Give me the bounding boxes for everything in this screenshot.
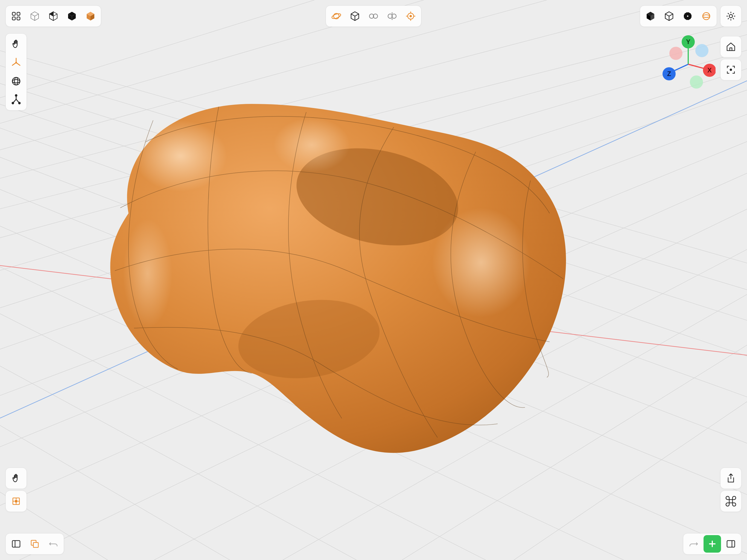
share-icon bbox=[725, 472, 737, 484]
svg-point-41 bbox=[669, 47, 682, 60]
command-panel bbox=[720, 490, 742, 512]
add-button[interactable] bbox=[703, 535, 721, 553]
panel-left-icon bbox=[10, 538, 22, 550]
view-solid-button[interactable] bbox=[642, 7, 659, 25]
top-right-toolbar bbox=[640, 5, 717, 27]
undo-button[interactable] bbox=[45, 535, 62, 553]
viewport-3d[interactable]: Y X Z bbox=[0, 0, 747, 560]
gizmo-z-label: Z bbox=[667, 70, 671, 77]
panel-right-button[interactable] bbox=[722, 535, 740, 553]
bottom-right-toolbar bbox=[683, 533, 742, 555]
transform-tool-button[interactable] bbox=[7, 54, 25, 71]
focus-icon bbox=[725, 64, 737, 76]
link-break-button[interactable] bbox=[383, 7, 401, 25]
apps-grid-icon bbox=[10, 10, 22, 22]
svg-line-14 bbox=[0, 26, 747, 327]
snap-button[interactable] bbox=[7, 492, 25, 510]
view-material-button[interactable] bbox=[697, 7, 715, 25]
svg-line-21 bbox=[0, 206, 747, 560]
svg-line-10 bbox=[0, 321, 747, 560]
svg-line-12 bbox=[0, 440, 747, 560]
hand-icon bbox=[10, 472, 22, 484]
link-button[interactable] bbox=[365, 7, 382, 25]
material-mode-button[interactable] bbox=[82, 7, 99, 25]
settings-button[interactable] bbox=[722, 7, 740, 25]
tripod-icon bbox=[10, 94, 22, 106]
link-break-icon bbox=[386, 10, 398, 22]
svg-rect-48 bbox=[12, 17, 15, 20]
svg-line-15 bbox=[0, 42, 747, 369]
target-button[interactable] bbox=[402, 7, 419, 25]
globe-icon bbox=[10, 75, 22, 87]
home-button[interactable] bbox=[722, 38, 740, 55]
svg-point-85 bbox=[19, 102, 20, 104]
svg-line-17 bbox=[0, 83, 747, 467]
overlap-button[interactable] bbox=[26, 535, 44, 553]
svg-line-29 bbox=[0, 0, 424, 179]
link-icon bbox=[367, 10, 380, 22]
svg-point-72 bbox=[703, 15, 710, 18]
svg-line-9 bbox=[0, 272, 747, 560]
perspective-button[interactable] bbox=[346, 7, 364, 25]
focus-panel bbox=[720, 59, 742, 80]
snap-icon bbox=[10, 495, 22, 507]
home-panel bbox=[720, 36, 742, 57]
svg-point-64 bbox=[687, 11, 689, 12]
redo-button[interactable] bbox=[685, 535, 702, 553]
wireframe-cube-icon bbox=[29, 10, 41, 22]
globe-tool-button[interactable] bbox=[7, 73, 25, 90]
svg-point-73 bbox=[729, 15, 732, 18]
svg-point-59 bbox=[410, 15, 412, 17]
gesture-button[interactable] bbox=[7, 469, 25, 487]
svg-line-13 bbox=[0, 511, 747, 560]
svg-rect-46 bbox=[12, 12, 15, 15]
undo-icon bbox=[47, 538, 59, 550]
hand-icon bbox=[10, 38, 22, 50]
svg-rect-47 bbox=[17, 12, 20, 15]
cube-wire-icon bbox=[663, 10, 675, 22]
svg-point-69 bbox=[683, 14, 685, 15]
svg-point-77 bbox=[15, 62, 17, 63]
top-left-toolbar bbox=[5, 5, 101, 27]
tripod-tool-button[interactable] bbox=[7, 91, 25, 108]
target-icon bbox=[405, 10, 417, 22]
add-icon bbox=[706, 538, 718, 550]
view-wire-button[interactable] bbox=[660, 7, 678, 25]
top-center-toolbar bbox=[326, 5, 421, 27]
share-button[interactable] bbox=[722, 469, 740, 487]
left-tools-toolbar bbox=[5, 33, 27, 110]
panel-left-button[interactable] bbox=[7, 535, 25, 553]
split-cube-icon bbox=[47, 10, 59, 22]
orbit-button[interactable] bbox=[328, 7, 345, 25]
axis-z-line bbox=[0, 44, 747, 480]
view-vertices-button[interactable] bbox=[679, 7, 696, 25]
svg-point-70 bbox=[687, 16, 689, 17]
settings-panel bbox=[720, 5, 742, 27]
panel-right-icon bbox=[725, 538, 737, 550]
select-tool-button[interactable] bbox=[7, 35, 25, 53]
focus-button[interactable] bbox=[722, 61, 740, 78]
shaded-wire-mode-button[interactable] bbox=[45, 7, 62, 25]
orientation-gizmo[interactable]: Y X Z bbox=[661, 34, 716, 89]
snap-panel bbox=[5, 490, 27, 512]
ground-grid bbox=[0, 0, 747, 560]
gizmo-y-label: Y bbox=[686, 38, 690, 45]
apps-button[interactable] bbox=[7, 7, 25, 25]
svg-line-1 bbox=[0, 98, 747, 443]
svg-rect-100 bbox=[727, 541, 735, 547]
svg-line-5 bbox=[0, 27, 747, 299]
svg-line-7 bbox=[0, 190, 747, 560]
svg-line-2 bbox=[0, 77, 747, 399]
solid-mode-button[interactable] bbox=[63, 7, 81, 25]
svg-line-24 bbox=[0, 346, 747, 560]
share-panel bbox=[720, 467, 742, 489]
bottom-left-toolbar bbox=[5, 533, 64, 555]
svg-rect-97 bbox=[33, 542, 38, 548]
svg-line-6 bbox=[0, 156, 747, 547]
command-button[interactable] bbox=[722, 492, 740, 510]
svg-point-79 bbox=[12, 80, 20, 83]
solid-cube-icon bbox=[66, 10, 78, 22]
gear-icon bbox=[725, 10, 737, 22]
wireframe-mode-button[interactable] bbox=[26, 7, 44, 25]
svg-point-66 bbox=[691, 18, 692, 19]
